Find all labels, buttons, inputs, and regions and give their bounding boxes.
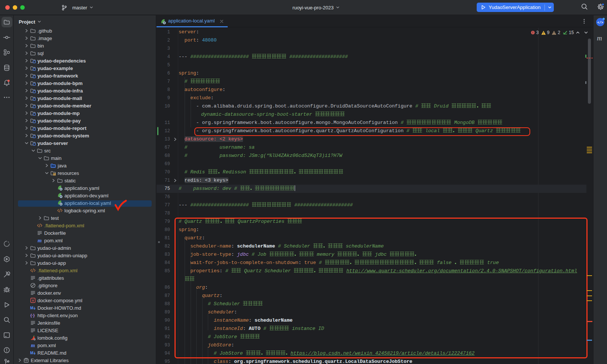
svg-text:m: m (31, 343, 35, 348)
svg-text:</>: </> (597, 21, 603, 25)
svg-text:M: M (30, 351, 34, 355)
svg-text:{·}: {·} (30, 313, 35, 318)
svg-text:m: m (38, 238, 42, 243)
svg-text:Y: Y (32, 299, 34, 303)
svg-text:M: M (30, 306, 34, 310)
